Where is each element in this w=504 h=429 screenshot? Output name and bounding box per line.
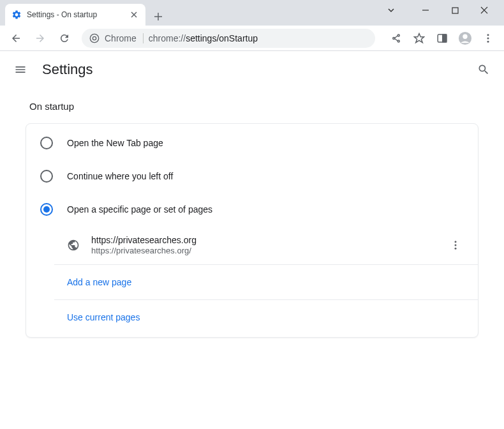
chevron-down-icon[interactable] <box>376 0 406 20</box>
svg-rect-4 <box>397 34 399 36</box>
side-panel-icon[interactable] <box>431 27 453 49</box>
globe-icon <box>67 239 80 252</box>
hamburger-menu-icon[interactable] <box>13 62 28 77</box>
svg-point-1 <box>90 34 98 42</box>
close-window-button[interactable] <box>470 0 499 20</box>
radio-icon <box>40 203 53 216</box>
minimize-button[interactable] <box>411 0 440 20</box>
back-button[interactable] <box>5 27 27 49</box>
startup-page-row: https://privatesearches.org https://priv… <box>54 226 478 265</box>
profile-icon[interactable] <box>454 27 476 49</box>
svg-point-10 <box>487 34 489 36</box>
use-current-link: Use current pages <box>67 312 140 322</box>
radio-option-continue[interactable]: Continue where you left off <box>26 160 478 193</box>
svg-point-13 <box>455 241 457 243</box>
new-tab-button[interactable] <box>149 8 167 26</box>
radio-icon <box>40 170 53 183</box>
page-title: Settings <box>42 61 93 78</box>
bookmark-icon[interactable] <box>408 27 430 49</box>
address-bar[interactable]: Chrome chrome://settings/onStartup <box>82 29 375 48</box>
svg-point-9 <box>463 34 467 38</box>
svg-point-11 <box>487 37 489 39</box>
omnibox-chip: Chrome <box>105 33 144 43</box>
reload-button[interactable] <box>54 27 75 49</box>
window-controls <box>376 0 499 20</box>
startup-pages-list: https://privatesearches.org https://priv… <box>54 226 478 335</box>
settings-content: On startup Open the New Tab page Continu… <box>0 88 504 350</box>
page-entry-title: https://privatesearches.org <box>91 235 436 245</box>
chrome-icon <box>89 33 100 43</box>
settings-header: Settings <box>0 51 504 88</box>
svg-rect-0 <box>452 8 458 13</box>
share-icon[interactable] <box>385 27 407 49</box>
maximize-button[interactable] <box>440 0 470 20</box>
add-page-link: Add a new page <box>67 277 131 287</box>
page-entry-url: https://privatesearches.org/ <box>91 246 436 255</box>
add-page-row[interactable]: Add a new page <box>54 265 478 300</box>
svg-point-15 <box>455 248 457 250</box>
gear-icon <box>11 10 22 20</box>
svg-rect-5 <box>397 40 399 42</box>
forward-button[interactable] <box>29 27 51 49</box>
search-icon[interactable] <box>476 62 491 77</box>
omnibox-url: chrome://settings/onStartup <box>149 33 258 43</box>
tab-title: Settings - On startup <box>27 10 124 19</box>
svg-point-12 <box>487 40 489 42</box>
page-entry-text: https://privatesearches.org https://priv… <box>91 235 436 255</box>
svg-point-14 <box>455 245 457 246</box>
toolbar-actions <box>385 27 499 49</box>
startup-card: Open the New Tab page Continue where you… <box>26 123 478 338</box>
radio-label: Open the New Tab page <box>67 138 163 148</box>
browser-toolbar: Chrome chrome://settings/onStartup <box>0 26 504 51</box>
browser-tab[interactable]: Settings - On startup <box>5 4 145 26</box>
more-actions-icon[interactable] <box>447 237 464 253</box>
radio-option-newtab[interactable]: Open the New Tab page <box>26 126 478 160</box>
svg-rect-3 <box>393 37 395 39</box>
svg-point-2 <box>93 36 96 40</box>
close-icon[interactable] <box>129 10 139 20</box>
radio-label: Open a specific page or set of pages <box>67 204 212 214</box>
kebab-menu-icon[interactable] <box>477 27 499 49</box>
radio-icon <box>40 137 53 149</box>
radio-label: Continue where you left off <box>67 171 173 181</box>
window-titlebar: Settings - On startup <box>0 0 504 26</box>
radio-option-specific[interactable]: Open a specific page or set of pages <box>26 193 478 226</box>
svg-rect-7 <box>443 34 447 42</box>
section-title: On startup <box>29 101 478 112</box>
use-current-row[interactable]: Use current pages <box>54 300 478 335</box>
